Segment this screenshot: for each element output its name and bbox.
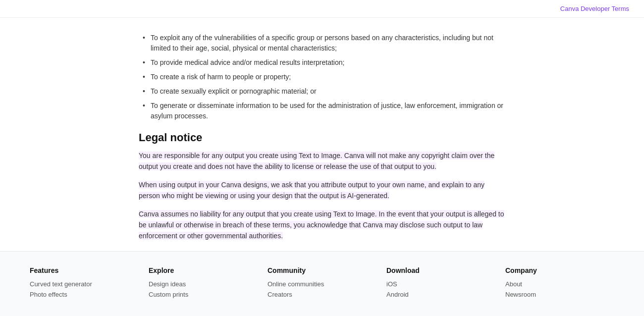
footer-download: Download iOS Android — [386, 266, 495, 301]
legal-notice-p1: You are responsible for any output you c… — [139, 150, 505, 172]
page-wrapper: Canva Developer Terms To exploit any of … — [0, 0, 644, 316]
footer-company-heading: Company — [505, 266, 614, 274]
developer-terms-link[interactable]: Canva Developer Terms — [560, 5, 629, 12]
footer-link-curved-text[interactable]: Curved text generator — [30, 280, 139, 288]
content-area: To exploit any of the vulnerabilities of… — [139, 28, 505, 251]
footer-link-android[interactable]: Android — [386, 291, 495, 298]
highlighted-paragraph1: You are responsible for any output you c… — [139, 152, 494, 170]
footer-link-about[interactable]: About — [505, 280, 614, 288]
footer-explore-heading: Explore — [149, 266, 258, 274]
list-item: To provide medical advice and/or medical… — [139, 57, 505, 68]
legal-notice-p3: Canva assumes no liability for any outpu… — [139, 209, 505, 242]
footer-download-heading: Download — [386, 266, 495, 274]
top-bar: Canva Developer Terms — [0, 0, 644, 18]
footer-explore: Explore Design ideas Custom prints — [149, 266, 258, 301]
footer-features-heading: Features — [30, 266, 139, 274]
footer-features: Features Curved text generator Photo eff… — [30, 266, 139, 301]
legal-notice-heading: Legal notice — [139, 131, 505, 144]
list-item: To generate or disseminate information t… — [139, 101, 505, 121]
footer-link-custom-prints[interactable]: Custom prints — [149, 291, 258, 298]
main-content: To exploit any of the vulnerabilities of… — [99, 18, 545, 251]
legal-notice-p2: When using output in your Canva designs,… — [139, 179, 505, 202]
footer-company: Company About Newsroom — [505, 266, 614, 301]
footer-link-online-communities[interactable]: Online communities — [268, 280, 376, 288]
list-item: To create sexually explicit or pornograp… — [139, 86, 505, 97]
restriction-list: To exploit any of the vulnerabilities of… — [139, 33, 505, 121]
highlighted-paragraph3: Canva assumes no liability for any outpu… — [139, 210, 504, 240]
footer-link-creators[interactable]: Creators — [268, 291, 376, 298]
footer-community-heading: Community — [268, 266, 376, 274]
footer-community: Community Online communities Creators — [268, 266, 376, 301]
footer-link-photo-effects[interactable]: Photo effects — [30, 291, 139, 298]
list-item: To exploit any of the vulnerabilities of… — [139, 33, 505, 53]
list-item: To create a risk of harm to people or pr… — [139, 72, 505, 82]
footer-link-ios[interactable]: iOS — [386, 280, 495, 288]
highlighted-paragraph2: When using output in your Canva designs,… — [139, 181, 484, 200]
footer-link-design-ideas[interactable]: Design ideas — [149, 280, 258, 288]
footer-link-newsroom[interactable]: Newsroom — [505, 291, 614, 298]
footer: Features Curved text generator Photo eff… — [0, 251, 644, 316]
